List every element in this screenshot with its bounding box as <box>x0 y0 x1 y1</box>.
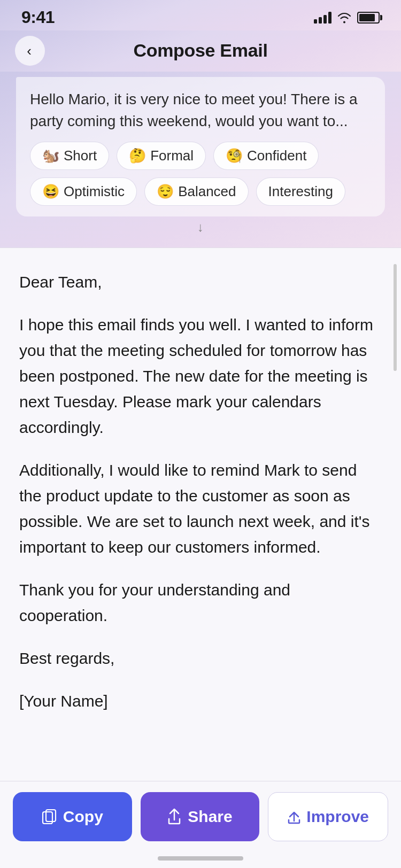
suggestion-section: Hello Mario, it is very nice to meet you… <box>0 72 401 247</box>
tone-label-optimistic: Optimistic <box>64 183 125 200</box>
battery-icon <box>357 12 380 24</box>
back-chevron-icon: ‹ <box>27 44 32 58</box>
email-signature: [Your Name] <box>19 688 382 714</box>
copy-icon <box>42 809 57 825</box>
suggestion-text: Hello Mario, it is very nice to meet you… <box>30 89 371 132</box>
email-salutation: Dear Team, <box>19 269 382 295</box>
share-button[interactable]: Share <box>141 792 260 841</box>
tone-emoji-formal: 🤔 <box>129 148 146 164</box>
email-paragraph-2: Additionally, I would like to remind Mar… <box>19 458 382 560</box>
improve-button[interactable]: Improve <box>268 792 388 841</box>
down-arrow-container: ↓ <box>16 216 385 237</box>
tone-emoji-optimistic: 😆 <box>42 183 59 200</box>
tone-pill-formal[interactable]: 🤔 Formal <box>117 142 206 170</box>
email-paragraph-3: Thank you for your understanding and coo… <box>19 577 382 629</box>
wifi-icon <box>337 12 352 24</box>
tone-pill-balanced[interactable]: 😌 Balanced <box>144 177 248 206</box>
signal-icon <box>314 12 331 24</box>
share-icon <box>167 808 181 825</box>
tone-label-short: Short <box>64 148 97 164</box>
email-paragraph-1: I hope this email finds you well. I want… <box>19 312 382 440</box>
down-arrow-icon: ↓ <box>197 220 204 235</box>
scrollbar[interactable] <box>394 264 397 371</box>
status-icons <box>314 12 380 24</box>
improve-label: Improve <box>306 808 369 826</box>
email-closing: Best regards, <box>19 646 382 671</box>
tone-pill-confident[interactable]: 🧐 Confident <box>213 142 319 170</box>
tone-pill-short[interactable]: 🐿️ Short <box>30 142 109 170</box>
tone-label-interesting: Interesting <box>268 183 333 200</box>
suggestion-bubble: Hello Mario, it is very nice to meet you… <box>16 77 385 216</box>
email-body: Dear Team, I hope this email finds you w… <box>19 269 382 714</box>
email-section[interactable]: Dear Team, I hope this email finds you w… <box>0 247 401 789</box>
home-indicator <box>158 856 243 861</box>
tone-emoji-confident: 🧐 <box>226 148 243 164</box>
tone-pill-interesting[interactable]: Interesting <box>256 177 345 206</box>
action-bar: Copy Share Improve <box>0 781 401 868</box>
tone-label-balanced: Balanced <box>178 183 236 200</box>
share-label: Share <box>188 808 232 826</box>
tone-label-confident: Confident <box>247 148 306 164</box>
tone-pill-optimistic[interactable]: 😆 Optimistic <box>30 177 137 206</box>
tone-label-formal: Formal <box>150 148 194 164</box>
improve-icon <box>287 809 301 824</box>
status-time: 9:41 <box>21 7 55 27</box>
status-bar: 9:41 <box>0 0 401 30</box>
tone-pills-container: 🐿️ Short 🤔 Formal 🧐 Confident 😆 Optimist… <box>30 142 371 206</box>
back-button[interactable]: ‹ <box>15 36 45 66</box>
page-title: Compose Email <box>133 40 267 61</box>
header: ‹ Compose Email <box>0 30 401 72</box>
copy-button[interactable]: Copy <box>13 792 132 841</box>
tone-emoji-short: 🐿️ <box>42 148 59 164</box>
copy-label: Copy <box>63 808 103 826</box>
tone-emoji-balanced: 😌 <box>157 183 174 200</box>
